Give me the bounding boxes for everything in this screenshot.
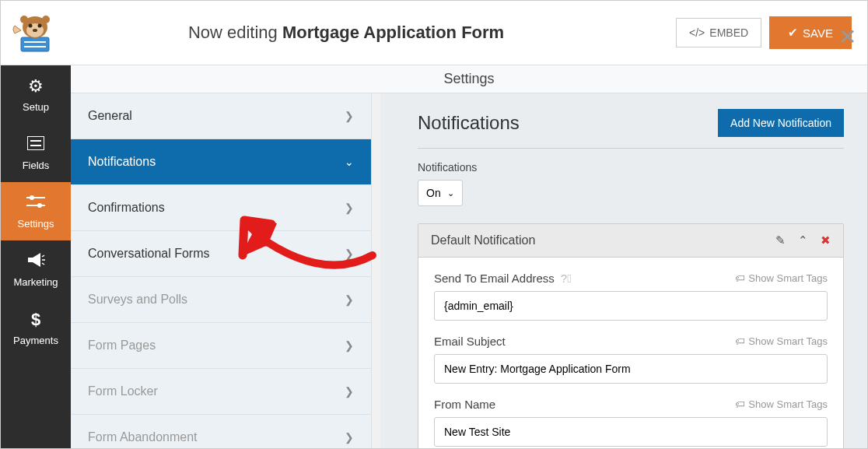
- chevron-right-icon: ❯: [345, 339, 354, 352]
- chevron-right-icon: ❯: [345, 431, 354, 444]
- chevron-down-icon: ⌄: [447, 188, 454, 198]
- submenu-item-confirmations[interactable]: Confirmations ❯: [71, 185, 371, 231]
- smart-tags-toggle[interactable]: 🏷 Show Smart Tags: [735, 398, 828, 410]
- submenu-item-notifications[interactable]: Notifications ⌄: [71, 139, 371, 185]
- svg-point-16: [37, 203, 42, 208]
- submenu-item-formpages[interactable]: Form Pages ❯: [71, 323, 371, 369]
- smart-tags-toggle[interactable]: 🏷 Show Smart Tags: [735, 335, 828, 347]
- svg-point-7: [33, 29, 37, 32]
- subject-label: Email Subject: [434, 335, 506, 348]
- tag-icon: 🏷: [735, 272, 745, 284]
- smart-tags-toggle[interactable]: 🏷 Show Smart Tags: [735, 272, 828, 284]
- svg-point-8: [20, 16, 28, 23]
- submenu-item-surveys[interactable]: Surveys and Polls ❯: [71, 277, 371, 323]
- chevron-right-icon: ❯: [345, 293, 354, 306]
- send-to-label: Send To Email Address ?⃝: [434, 272, 572, 285]
- notifications-toggle-label: Notifications: [418, 161, 844, 174]
- send-to-input[interactable]: [434, 291, 828, 321]
- chevron-down-icon: ⌄: [345, 156, 354, 168]
- editing-label: Now editing Mortgage Application Form: [16, 23, 676, 43]
- code-icon: </>: [689, 26, 705, 39]
- bullhorn-icon: [4, 251, 68, 272]
- subject-input[interactable]: [434, 354, 828, 384]
- sidebar-item-payments[interactable]: $ Payments: [1, 299, 71, 357]
- top-bar: Now editing Mortgage Application Form </…: [1, 1, 867, 65]
- svg-point-14: [30, 195, 34, 200]
- dollar-icon: $: [4, 310, 68, 330]
- chevron-right-icon: ❯: [345, 247, 354, 260]
- card-title: Default Notification: [431, 233, 763, 247]
- panel-header: Notifications Add New Notification: [418, 109, 844, 149]
- main-panel: Notifications Add New Notification Notif…: [394, 93, 867, 448]
- panel-title: Notifications: [418, 112, 520, 134]
- collapse-icon[interactable]: ⌃: [798, 233, 808, 247]
- check-icon: ✔: [788, 26, 798, 40]
- tag-icon: 🏷: [735, 398, 745, 410]
- settings-submenu: General ❯ Notifications ⌄ Confirmations …: [71, 93, 371, 448]
- settings-title-bar: Settings: [71, 65, 867, 93]
- list-icon: [4, 135, 68, 155]
- submenu-item-abandonment[interactable]: Form Abandonment ❯: [71, 415, 371, 448]
- embed-button[interactable]: </> EMBED: [676, 18, 761, 47]
- card-header: Default Notification ✎ ⌃ ✖: [418, 224, 843, 258]
- from-name-input[interactable]: [434, 417, 828, 447]
- svg-rect-0: [21, 37, 49, 51]
- svg-point-5: [29, 24, 33, 28]
- sidebar-item-fields[interactable]: Fields: [1, 124, 71, 182]
- svg-point-9: [42, 16, 50, 23]
- gear-icon: ⚙: [4, 76, 68, 96]
- close-button[interactable]: ✕: [838, 24, 856, 50]
- notifications-toggle-select[interactable]: On ⌄: [418, 180, 463, 206]
- submenu-item-conversational[interactable]: Conversational Forms ❯: [71, 231, 371, 277]
- chevron-right-icon: ❯: [345, 202, 354, 214]
- help-icon[interactable]: ?⃝: [561, 272, 572, 285]
- icon-sidebar: ⚙ Setup Fields Settings Marketing $ Paym…: [1, 65, 71, 448]
- editing-prefix: Now editing: [188, 23, 282, 42]
- chevron-right-icon: ❯: [345, 385, 354, 398]
- submenu-scrollbar[interactable]: [371, 93, 380, 448]
- from-name-label: From Name: [434, 398, 495, 411]
- sliders-icon: [4, 193, 68, 213]
- chevron-right-icon: ❯: [345, 110, 354, 122]
- svg-rect-10: [27, 136, 44, 150]
- form-name: Mortgage Application Form: [282, 23, 504, 42]
- sidebar-item-setup[interactable]: ⚙ Setup: [1, 65, 71, 124]
- add-notification-button[interactable]: Add New Notification: [718, 109, 844, 137]
- notification-card: Default Notification ✎ ⌃ ✖ Send To Email…: [418, 223, 844, 448]
- delete-icon[interactable]: ✖: [821, 233, 831, 247]
- tag-icon: 🏷: [735, 335, 745, 347]
- app-logo: [10, 10, 57, 53]
- submenu-item-formlocker[interactable]: Form Locker ❯: [71, 369, 371, 415]
- svg-point-6: [38, 24, 42, 28]
- sidebar-item-settings[interactable]: Settings: [1, 182, 71, 240]
- submenu-item-general[interactable]: General ❯: [71, 93, 371, 139]
- edit-icon[interactable]: ✎: [775, 233, 786, 247]
- sidebar-item-marketing[interactable]: Marketing: [1, 240, 71, 299]
